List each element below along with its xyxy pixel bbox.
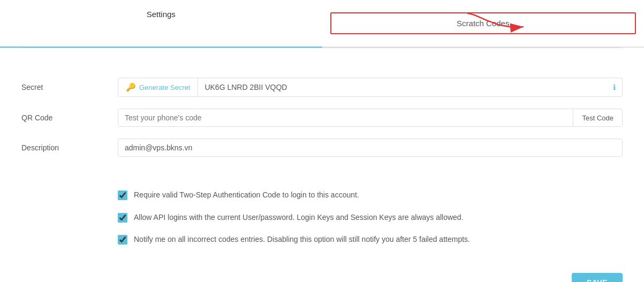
test-code-label: Test Code — [582, 114, 613, 122]
save-area: SAVE — [0, 262, 644, 282]
secret-label: Secret — [21, 83, 118, 92]
tab-settings[interactable]: Settings — [0, 0, 322, 47]
info-icon[interactable]: ℹ — [607, 79, 622, 96]
checkbox-allow-api[interactable] — [118, 213, 127, 223]
checkbox-require-auth-label: Require valid Two-Step Authentication Co… — [134, 190, 359, 201]
tab-scratch-codes[interactable]: Scratch Codes — [322, 0, 645, 47]
tabs-bar: Settings Scratch Codes — [0, 0, 644, 48]
tab-settings-label: Settings — [147, 10, 176, 19]
scratch-codes-box: Scratch Codes — [330, 12, 637, 34]
generate-secret-label: Generate Secret — [139, 83, 190, 92]
qr-code-input[interactable] — [118, 109, 573, 126]
qr-code-row: QR Code Test Code — [21, 109, 623, 127]
secret-row: Secret 🔑 Generate Secret ℹ — [21, 78, 623, 97]
qr-code-label: QR Code — [21, 113, 118, 122]
form-area: Secret 🔑 Generate Secret ℹ QR Code Test … — [0, 62, 644, 185]
checkboxes-area: Require valid Two-Step Authentication Co… — [0, 185, 644, 262]
checkbox-notify-incorrect-label: Notify me on all incorrect codes entries… — [134, 234, 470, 245]
description-label: Description — [21, 143, 118, 152]
divider — [21, 48, 623, 48]
generate-secret-button[interactable]: 🔑 Generate Secret — [118, 78, 198, 96]
qr-input-group: Test Code — [118, 109, 623, 127]
checkbox-row-3: Notify me on all incorrect codes entries… — [118, 234, 623, 245]
description-row: Description — [21, 139, 623, 157]
secret-input-group: 🔑 Generate Secret ℹ — [118, 78, 623, 97]
checkbox-require-auth[interactable] — [118, 190, 127, 200]
generate-icon: 🔑 — [126, 82, 136, 92]
checkbox-notify-incorrect[interactable] — [118, 235, 127, 245]
test-code-button[interactable]: Test Code — [573, 110, 622, 126]
page-container: Settings Scratch Codes Secret 🔑 — [0, 0, 644, 282]
checkbox-allow-api-label: Allow API logins with the current User/p… — [134, 212, 464, 223]
checkbox-row-1: Require valid Two-Step Authentication Co… — [118, 190, 623, 201]
save-label: SAVE — [587, 278, 608, 282]
save-button[interactable]: SAVE — [572, 273, 623, 282]
checkbox-row-2: Allow API logins with the current User/p… — [118, 212, 623, 223]
secret-value-input[interactable] — [198, 79, 607, 96]
description-input[interactable] — [118, 139, 623, 157]
tab-scratch-codes-label: Scratch Codes — [457, 19, 509, 28]
